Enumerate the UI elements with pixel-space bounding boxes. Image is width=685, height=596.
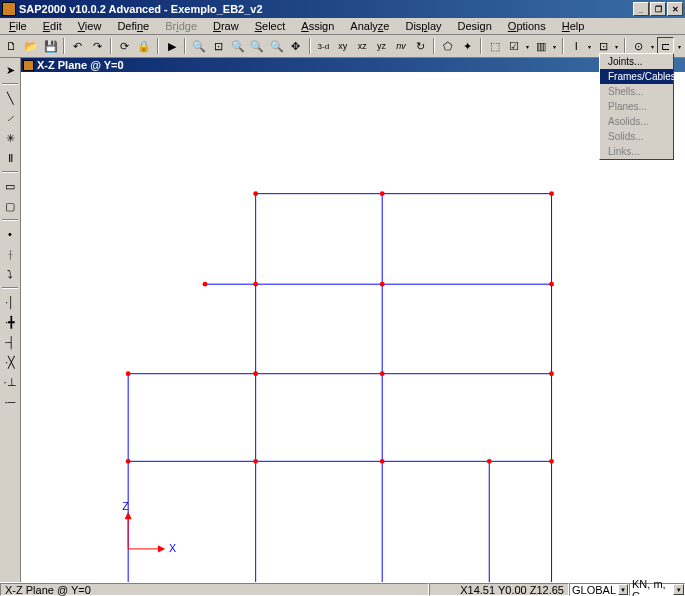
draw-area-button[interactable]: ▭ [1,177,19,195]
main-toolbar: 🗋 📂 💾 ↶ ↷ ⟳ 🔒 ▶ 🔍 ⊡ 🔍 🔍 🔍 ✥ 3-d xy xz yz… [0,35,685,58]
subwindow-titlebar[interactable]: X-Z Plane @ Y=0 [21,58,685,72]
menubar: File Edit View Define Bridge Draw Select… [0,18,685,35]
view3d-button[interactable]: 3-d [315,37,332,55]
svg-point-11 [203,282,208,287]
dropdown-solids: Solids... [600,129,673,144]
draw-cable-button[interactable]: ⤵ [1,265,19,283]
dropdown-planes: Planes... [600,99,673,114]
snap-point-button[interactable]: ·│ [1,293,19,311]
assign-frame-dropdown: Joints... Frames/Cables... Shells... Pla… [599,53,674,160]
toolbar-split-3[interactable]: ▾ [586,37,594,55]
snap-perp-button[interactable]: ·⊥ [1,373,19,391]
svg-point-21 [549,459,554,464]
titlebar: SAP2000 v10.0.2 Advanced - Exemplo_EB2_v… [0,0,685,18]
pointer-button[interactable]: ➤ [1,61,19,79]
structural-model: X Z [21,72,685,582]
canvas-wrap: X-Z Plane @ Y=0 X Z [21,58,685,582]
menu-select[interactable]: Select [247,19,294,33]
toolbar-split-2[interactable]: ▾ [551,37,559,55]
menu-help[interactable]: Help [554,19,593,33]
draw-link-button[interactable]: ⟊ [1,245,19,263]
minimize-button[interactable]: _ [633,2,649,16]
chevron-down-icon[interactable]: ▼ [673,584,684,595]
perspective-button[interactable]: ⬠ [439,37,456,55]
named-view-button[interactable]: ▥ [532,37,549,55]
snap-mid-button[interactable]: ·╋ [1,313,19,331]
save-button[interactable]: 💾 [42,37,59,55]
close-button[interactable]: ✕ [667,2,683,16]
menu-analyze[interactable]: Analyze [342,19,397,33]
draw-frame-button[interactable]: ╲ [1,89,19,107]
menu-view[interactable]: View [70,19,110,33]
svg-point-18 [380,282,385,287]
dropdown-asolids: Asolids... [600,114,673,129]
zoom-in-button[interactable]: 🔍 [248,37,265,55]
svg-text:Z: Z [122,500,129,512]
titlebar-text: SAP2000 v10.0.2 Advanced - Exemplo_EB2_v… [19,3,633,15]
snap-end-button[interactable]: ·┤ [1,333,19,351]
viewxz-button[interactable]: xz [354,37,371,55]
menu-draw[interactable]: Draw [205,19,247,33]
dropdown-joints[interactable]: Joints... [600,54,673,69]
toolbar-split-6[interactable]: ▾ [675,37,683,55]
zoom-out-button[interactable]: 🔍 [268,37,285,55]
menu-display[interactable]: Display [397,19,449,33]
snap-line-button[interactable]: ·─ [1,393,19,411]
menu-design[interactable]: Design [450,19,500,33]
draw-quick-frame-button[interactable]: ⟋ [1,109,19,127]
left-toolbar: ➤ ╲ ⟋ ✳ Ⅱ ▭ ▢ • ⟊ ⤵ ·│ ·╋ ·┤ ·╳ ·⊥ ·─ [0,58,21,582]
subwindow-title: X-Z Plane @ Y=0 [37,59,124,71]
menu-edit[interactable]: Edit [35,19,70,33]
redo-button[interactable]: ↷ [89,37,106,55]
zoom-extents-button[interactable]: ⊡ [210,37,227,55]
svg-point-20 [487,459,492,464]
viewnv-button[interactable]: nv [392,37,409,55]
open-button[interactable]: 📂 [22,37,39,55]
zoom-area-button[interactable]: 🔍 [190,37,207,55]
svg-point-15 [253,191,258,196]
snap-intersect-button[interactable]: ·╳ [1,353,19,371]
svg-point-16 [380,459,385,464]
refresh-button[interactable]: ⟳ [116,37,133,55]
main-area: ➤ ╲ ⟋ ✳ Ⅱ ▭ ▢ • ⟊ ⤵ ·│ ·╋ ·┤ ·╳ ·⊥ ·─ X-… [0,58,685,582]
svg-point-23 [549,282,554,287]
pan-button[interactable]: ✥ [287,37,304,55]
menu-define[interactable]: Define [109,19,157,33]
menu-bridge: Bridge [157,19,205,33]
menu-assign[interactable]: Assign [293,19,342,33]
viewyz-button[interactable]: yz [373,37,390,55]
units-combo[interactable]: KN, m, C▼ [629,583,685,596]
menu-file[interactable]: File [1,19,35,33]
draw-quick-area-button[interactable]: ▢ [1,197,19,215]
undo-button[interactable]: ↶ [69,37,86,55]
lock-button[interactable]: 🔒 [135,37,152,55]
svg-marker-36 [158,546,164,552]
draw-brace-button[interactable]: ✳ [1,129,19,147]
dropdown-frames[interactable]: Frames/Cables... [600,69,673,84]
maximize-button[interactable]: ❐ [650,2,666,16]
statusbar: X-Z Plane @ Y=0 X14.51 Y0.00 Z12.65 GLOB… [0,582,685,596]
toolbar-split-1[interactable]: ▾ [524,37,532,55]
svg-point-12 [253,459,258,464]
draw-joint-button[interactable]: • [1,225,19,243]
draw-secondary-button[interactable]: Ⅱ [1,149,19,167]
run-button[interactable]: ▶ [163,37,180,55]
status-coords: X14.51 Y0.00 Z12.65 [429,583,569,596]
rotate-button[interactable]: ↻ [412,37,429,55]
zoom-prev-button[interactable]: 🔍 [229,37,246,55]
svg-point-10 [126,371,131,376]
show-button[interactable]: ⬚ [486,37,503,55]
coord-system-combo[interactable]: GLOBAL▼ [569,583,629,596]
chevron-down-icon[interactable]: ▼ [618,584,628,595]
drawing-canvas[interactable]: X Z [21,72,685,582]
shrink-button[interactable]: ✦ [459,37,476,55]
svg-text:X: X [169,542,176,554]
menu-options[interactable]: Options [500,19,554,33]
svg-point-19 [380,191,385,196]
viewxy-button[interactable]: xy [334,37,351,55]
new-button[interactable]: 🗋 [3,37,20,55]
svg-point-14 [253,282,258,287]
svg-marker-38 [125,513,131,519]
section-button[interactable]: I [568,37,585,55]
set-elements-button[interactable]: ☑ [505,37,522,55]
